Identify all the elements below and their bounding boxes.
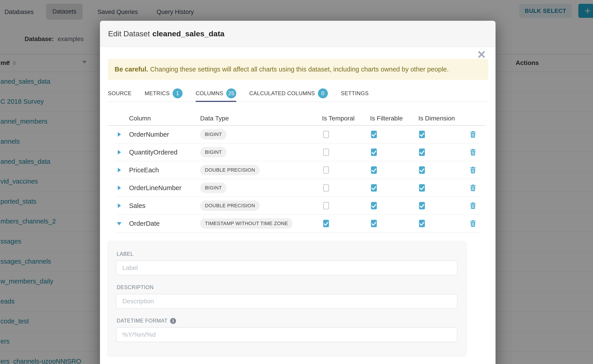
- data-type-pill: BIGINT: [200, 183, 227, 193]
- data-type-pill: BIGINT: [200, 147, 227, 157]
- is-filterable-checkbox[interactable]: [371, 131, 377, 138]
- screen: DatabasesDatasetsSaved QueriesQuery Hist…: [0, 0, 593, 364]
- modal-title: Edit Datasetcleaned_sales_data: [108, 29, 224, 38]
- delete-column-button[interactable]: [470, 149, 476, 156]
- is-dimension-checkbox[interactable]: [419, 184, 425, 192]
- modal-header: Edit Datasetcleaned_sales_data: [100, 21, 495, 47]
- is-filterable-checkbox[interactable]: [371, 149, 377, 156]
- column-header-data-type: Data Type: [200, 111, 229, 125]
- description-field-label: DESCRIPTION: [117, 284, 154, 291]
- expand-row-button[interactable]: [116, 131, 123, 138]
- caret-right-icon: [118, 186, 121, 190]
- tab-label: SOURCE: [108, 90, 132, 97]
- column-header-is-temporal: Is Temporal: [322, 111, 355, 125]
- columns-table: OrderNumberBIGINTQuantityOrderedBIGINTPr…: [115, 126, 481, 233]
- expand-row-button[interactable]: [116, 167, 123, 173]
- is-dimension-checkbox[interactable]: [419, 220, 425, 227]
- expand-row-button[interactable]: [116, 184, 123, 191]
- is-dimension-checkbox[interactable]: [419, 166, 425, 174]
- tab-calculated-columns[interactable]: CALCULATED COLUMNS0: [249, 85, 328, 102]
- tab-label: SETTINGS: [341, 90, 369, 97]
- is-dimension-checkbox[interactable]: [419, 131, 425, 138]
- data-type-pill: DOUBLE PRECISION: [200, 201, 260, 211]
- caret-right-icon: [118, 203, 121, 208]
- column-name: PriceEach: [129, 161, 159, 179]
- is-filterable-checkbox[interactable]: [371, 202, 377, 209]
- column-row: OrderDateTIMESTAMP WITHOUT TIME ZONE: [115, 215, 481, 233]
- trash-icon: [470, 131, 476, 138]
- tab-label: CALCULATED COLUMNS: [249, 90, 315, 97]
- tab-columns[interactable]: COLUMNS25: [196, 85, 236, 102]
- data-type-pill: DOUBLE PRECISION: [200, 165, 260, 175]
- datetime-format-field-label: DATETIME FORMATi: [117, 318, 176, 324]
- is-filterable-checkbox[interactable]: [371, 220, 377, 227]
- column-name: QuantityOrdered: [129, 143, 177, 161]
- edit-dataset-modal: Edit Datasetcleaned_sales_data Be carefu…: [100, 21, 495, 364]
- trash-icon: [470, 167, 476, 173]
- column-row: QuantityOrderedBIGINT: [115, 143, 481, 161]
- is-temporal-checkbox[interactable]: [323, 149, 329, 156]
- delete-column-button[interactable]: [470, 184, 476, 191]
- tab-settings[interactable]: SETTINGS: [341, 85, 369, 102]
- delete-column-button[interactable]: [470, 202, 476, 209]
- warning-banner-bold: Be careful.: [115, 66, 148, 73]
- description-label-text: DESCRIPTION: [117, 284, 154, 291]
- delete-column-button[interactable]: [470, 131, 476, 138]
- is-filterable-checkbox[interactable]: [371, 184, 377, 192]
- data-type-pill: BIGINT: [200, 129, 227, 140]
- caret-right-icon: [118, 168, 121, 172]
- expand-row-button[interactable]: [116, 149, 123, 156]
- caret-right-icon: [118, 132, 121, 137]
- is-temporal-checkbox[interactable]: [323, 202, 329, 209]
- info-icon[interactable]: i: [170, 318, 176, 324]
- tab-count-badge: 1: [173, 88, 183, 98]
- is-temporal-checkbox[interactable]: [323, 220, 329, 227]
- column-name: OrderDate: [129, 215, 159, 232]
- is-temporal-checkbox[interactable]: [323, 131, 329, 138]
- is-dimension-checkbox[interactable]: [419, 149, 425, 156]
- column-detail-panel: LABELDESCRIPTIONDATETIME FORMATi: [107, 241, 467, 357]
- trash-icon: [470, 220, 476, 227]
- caret-right-icon: [118, 150, 121, 155]
- column-row: OrderNumberBIGINT: [115, 126, 481, 143]
- warning-banner-text: Changing these settings will affect all …: [150, 66, 448, 73]
- modal-title-dataset-name: cleaned_sales_data: [152, 29, 224, 38]
- expand-row-button[interactable]: [116, 220, 123, 227]
- tab-count-badge: 25: [226, 88, 236, 98]
- trash-icon: [470, 202, 476, 209]
- column-row: OrderLineNumberBIGINT: [115, 179, 481, 197]
- data-type-pill: TIMESTAMP WITHOUT TIME ZONE: [200, 218, 293, 229]
- column-name: OrderLineNumber: [129, 179, 181, 197]
- column-row: SalesDOUBLE PRECISION: [115, 197, 481, 215]
- tab-count-badge: 0: [318, 88, 328, 98]
- column-name: OrderNumber: [129, 126, 169, 143]
- label-label-text: LABEL: [117, 251, 134, 257]
- modal-title-prefix: Edit Dataset: [108, 29, 150, 38]
- tab-source[interactable]: SOURCE: [108, 85, 132, 102]
- trash-icon: [470, 149, 476, 156]
- delete-column-button[interactable]: [470, 167, 476, 173]
- datetime-format-label-text: DATETIME FORMAT: [117, 318, 167, 324]
- close-icon[interactable]: [477, 49, 487, 59]
- modal-tabs: SOURCEMETRICS1COLUMNS25CALCULATED COLUMN…: [108, 85, 488, 102]
- expand-row-button[interactable]: [116, 202, 123, 209]
- datetime-format-input[interactable]: [116, 327, 457, 342]
- column-header-column: Column: [129, 111, 151, 125]
- tab-metrics[interactable]: METRICS1: [145, 85, 183, 102]
- label-field-label: LABEL: [117, 251, 134, 257]
- delete-column-button[interactable]: [470, 220, 476, 227]
- description-input[interactable]: [116, 294, 457, 309]
- is-dimension-checkbox[interactable]: [419, 202, 425, 209]
- is-temporal-checkbox[interactable]: [323, 166, 329, 174]
- trash-icon: [470, 184, 476, 191]
- columns-table-header: ColumnData TypeIs TemporalIs FilterableI…: [100, 111, 495, 125]
- caret-down-icon: [117, 222, 121, 225]
- column-header-is-dimension: Is Dimension: [418, 111, 455, 125]
- is-temporal-checkbox[interactable]: [323, 184, 329, 192]
- is-filterable-checkbox[interactable]: [371, 166, 377, 174]
- column-header-is-filterable: Is Filterable: [370, 111, 403, 125]
- label-input[interactable]: [116, 260, 457, 275]
- tab-label: COLUMNS: [196, 90, 223, 97]
- column-name: Sales: [129, 197, 145, 214]
- warning-banner: Be careful. Changing these settings will…: [108, 59, 488, 80]
